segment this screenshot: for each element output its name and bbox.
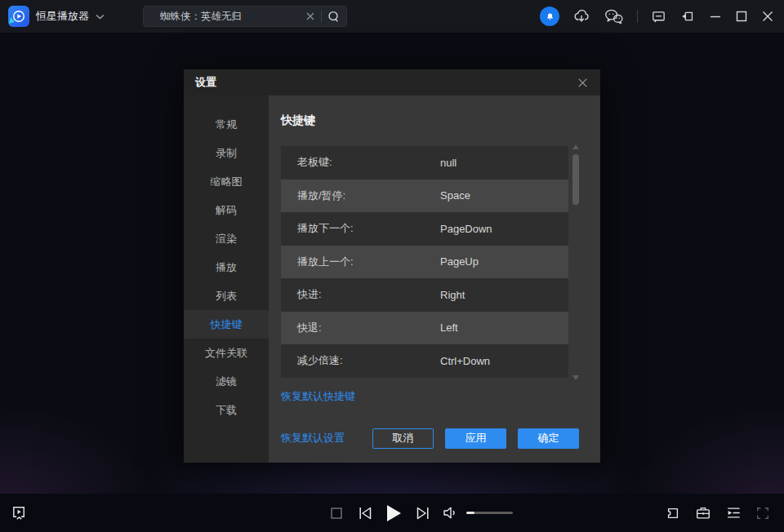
notification-bell-icon[interactable] xyxy=(540,7,559,26)
shortcut-value: Right xyxy=(440,289,465,301)
feedback-icon[interactable] xyxy=(651,9,666,24)
table-row[interactable]: 播放上一个: PageUp xyxy=(281,246,568,279)
shortcut-label: 快进: xyxy=(297,287,440,302)
table-row[interactable]: 减少倍速: Ctrl+Down xyxy=(281,344,568,378)
sidebar-item-shortcuts[interactable]: 快捷键 xyxy=(184,310,269,339)
shortcut-value: Ctrl+Down xyxy=(440,355,490,367)
scrollbar-thumb[interactable] xyxy=(572,154,579,205)
shortcut-label: 减少倍速: xyxy=(297,353,440,368)
titlebar: 恒星播放器 蜘蛛侠：英雄无归 xyxy=(0,0,784,33)
wechat-icon[interactable] xyxy=(604,8,624,25)
apply-button[interactable]: 应用 xyxy=(445,428,506,449)
dialog-title: 设置 xyxy=(195,75,216,90)
reset-default-shortcuts-link[interactable]: 恢复默认快捷键 xyxy=(281,389,355,404)
shortcut-value: null xyxy=(440,157,457,169)
scroll-down-icon[interactable] xyxy=(572,375,579,380)
shortcut-label: 快退: xyxy=(297,321,440,335)
minimize-icon[interactable] xyxy=(709,10,722,23)
table-row[interactable]: 快进: Right xyxy=(281,278,568,312)
sidebar-item-filter[interactable]: 滤镜 xyxy=(184,367,269,396)
tab-title: 蜘蛛侠：英雄无归 xyxy=(160,10,305,24)
logo-accent-triangle xyxy=(9,17,16,24)
dialog-sidebar: 常规 录制 缩略图 解码 渲染 播放 列表 快捷键 文件关联 滤镜 下载 xyxy=(184,95,269,463)
sidebar-item-render[interactable]: 渲染 xyxy=(184,224,269,253)
shortcut-label: 播放上一个: xyxy=(297,255,440,269)
volume-slider[interactable] xyxy=(466,512,513,514)
player-control-bar xyxy=(0,494,784,532)
playlist-icon[interactable] xyxy=(726,506,741,520)
close-icon[interactable] xyxy=(761,10,774,23)
sidebar-item-playback[interactable]: 播放 xyxy=(184,253,269,282)
mini-mode-icon[interactable] xyxy=(679,8,696,24)
sidebar-item-general[interactable]: 常规 xyxy=(184,110,269,139)
previous-icon[interactable] xyxy=(359,506,372,521)
volume-slider-fill xyxy=(466,512,474,514)
table-row[interactable]: 快退: Left xyxy=(281,312,568,345)
ok-button[interactable]: 确定 xyxy=(518,428,579,449)
bell-glyph-icon xyxy=(545,11,555,22)
dialog-content: 快捷键 老板键: null 播放/暂停: Space 播放下一个: PageDo… xyxy=(269,95,600,463)
chevron-down-icon[interactable] xyxy=(96,14,105,20)
dialog-footer: 恢复默认设置 取消 应用 确定 xyxy=(281,428,579,449)
app-name[interactable]: 恒星播放器 xyxy=(36,9,89,24)
sidebar-item-file-association[interactable]: 文件关联 xyxy=(184,339,269,367)
table-row[interactable]: 播放/暂停: Space xyxy=(281,180,568,213)
sidebar-item-download[interactable]: 下载 xyxy=(184,396,269,424)
cancel-button[interactable]: 取消 xyxy=(372,428,434,449)
shortcut-value: Space xyxy=(440,189,470,202)
media-tab[interactable]: 蜘蛛侠：英雄无归 xyxy=(143,6,347,27)
search-icon[interactable] xyxy=(327,11,340,23)
app-logo[interactable] xyxy=(8,6,29,27)
tab-close-icon[interactable] xyxy=(305,11,315,21)
next-icon[interactable] xyxy=(416,506,430,521)
shortcut-value: PageDown xyxy=(440,223,492,235)
table-row[interactable]: 播放下一个: PageDown xyxy=(281,212,568,246)
dialog-close-icon[interactable] xyxy=(577,77,589,89)
sidebar-item-thumbnail[interactable]: 缩略图 xyxy=(184,167,269,196)
toolbox-icon[interactable] xyxy=(695,505,711,521)
play-icon[interactable] xyxy=(386,504,402,522)
fullscreen-icon[interactable] xyxy=(755,506,770,521)
volume-icon[interactable] xyxy=(443,506,458,520)
table-row[interactable]: 老板键: null xyxy=(281,146,568,180)
shortcut-label: 老板键: xyxy=(297,155,440,170)
shortcut-value: Left xyxy=(440,321,458,334)
sidebar-item-decode[interactable]: 解码 xyxy=(184,196,269,224)
shortcuts-table: 老板键: null 播放/暂停: Space 播放下一个: PageDown 播… xyxy=(281,146,568,378)
settings-dialog: 设置 常规 录制 缩略图 解码 渲染 播放 列表 快捷键 文件关联 滤镜 下载 … xyxy=(184,69,600,463)
sidebar-item-recording[interactable]: 录制 xyxy=(184,139,269,167)
stop-icon[interactable] xyxy=(331,508,342,519)
plugin-icon[interactable] xyxy=(666,506,680,521)
tab-divider xyxy=(321,11,322,22)
maximize-icon[interactable] xyxy=(735,10,748,23)
reset-default-settings-link[interactable]: 恢复默认设置 xyxy=(281,431,345,446)
shortcut-label: 播放下一个: xyxy=(297,221,440,236)
shortcut-value: PageUp xyxy=(440,255,479,268)
titlebar-divider xyxy=(637,10,638,23)
cloud-download-icon[interactable] xyxy=(572,7,590,25)
sidebar-item-list[interactable]: 列表 xyxy=(184,282,269,310)
page-title: 快捷键 xyxy=(281,113,600,128)
dialog-header: 设置 xyxy=(184,69,600,95)
scroll-up-icon[interactable] xyxy=(572,144,579,149)
table-scrollbar[interactable] xyxy=(571,143,581,382)
playlist-panel-toggle-icon[interactable] xyxy=(10,503,29,522)
shortcut-label: 播放/暂停: xyxy=(297,188,440,203)
